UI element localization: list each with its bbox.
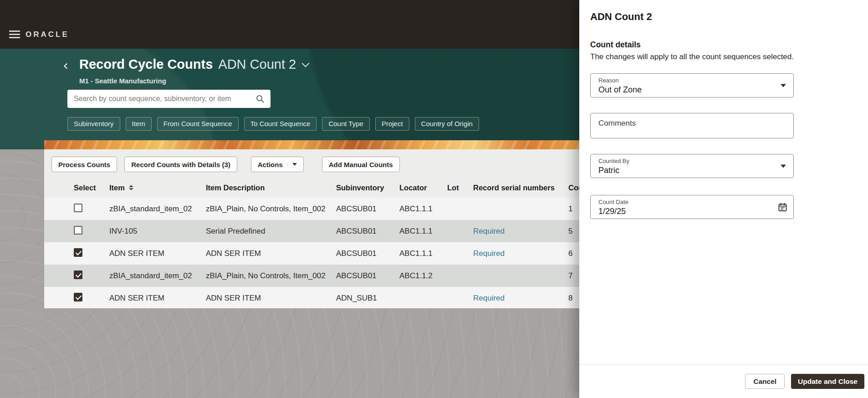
table-row: zBIA_standard_item_02 zBIA_Plain, No Con… bbox=[44, 265, 579, 287]
section-title: Count details bbox=[590, 40, 857, 50]
table-row: ADN SER ITEM ADN SER ITEM ABCSUB01 ABC1.… bbox=[44, 242, 579, 265]
reason-label: Reason bbox=[598, 77, 619, 84]
row-checkbox[interactable] bbox=[74, 270, 82, 279]
page-header: ‹ Record Cycle Counts ADN Count 2 M1 - S… bbox=[0, 49, 579, 149]
drawer-footer: Cancel Update and Close bbox=[579, 364, 868, 398]
table-toolbar: Process Counts Record Counts with Detail… bbox=[51, 157, 579, 172]
locator-cell: ABC1.1.1 bbox=[399, 227, 447, 236]
page-title: Record Cycle Counts ADN Count 2 bbox=[79, 57, 307, 72]
record-counts-details-button[interactable]: Record Counts with Details (3) bbox=[124, 157, 237, 172]
serials-required-link[interactable]: Required bbox=[473, 294, 565, 303]
search-bar bbox=[67, 90, 271, 108]
cancel-button[interactable]: Cancel bbox=[745, 374, 785, 389]
subinventory-cell: ABCSUB01 bbox=[336, 249, 399, 258]
decorative-banner bbox=[44, 140, 579, 149]
item-cell: zBIA_standard_item_02 bbox=[109, 271, 206, 281]
comments-label: Comments bbox=[598, 119, 636, 128]
item-description-cell: zBIA_Plain, No Controls, Item_002 bbox=[206, 271, 336, 281]
row-checkbox[interactable] bbox=[74, 293, 82, 301]
menu-button[interactable] bbox=[9, 28, 23, 40]
filter-chip-count-type[interactable]: Count Type bbox=[322, 117, 369, 131]
dropdown-caret-icon bbox=[781, 84, 786, 87]
count-cell: 6 bbox=[565, 249, 579, 258]
count-date-input[interactable]: Count Date 1/29/25 bbox=[590, 195, 794, 219]
calendar-icon[interactable] bbox=[778, 202, 787, 212]
column-count: Count bbox=[565, 184, 579, 192]
count-cell: 8 bbox=[565, 294, 579, 303]
column-lot: Lot bbox=[447, 184, 473, 192]
sort-icon bbox=[129, 185, 133, 190]
app-root: ORACLE ‹ Record Cycle Counts ADN Count 2… bbox=[0, 0, 868, 398]
table-body: zBIA_standard_item_02 zBIA_Plain, No Con… bbox=[44, 198, 579, 308]
subinventory-cell: ABCSUB01 bbox=[336, 204, 399, 214]
table-row: zBIA_standard_item_02 zBIA_Plain, No Con… bbox=[44, 198, 579, 220]
drawer-title: ADN Count 2 bbox=[590, 11, 857, 23]
chevron-down-icon bbox=[292, 163, 297, 166]
row-checkbox[interactable] bbox=[74, 204, 82, 212]
table-row: ADN SER ITEM ADN SER ITEM ADN_SUB1 Requi… bbox=[44, 287, 579, 308]
column-subinventory: Subinventory bbox=[336, 184, 399, 192]
item-description-cell: ADN SER ITEM bbox=[206, 294, 336, 303]
back-button[interactable]: ‹ bbox=[63, 59, 68, 72]
item-description-cell: zBIA_Plain, No Controls, Item_002 bbox=[206, 204, 336, 214]
subinventory-cell: ABCSUB01 bbox=[336, 271, 399, 281]
item-cell: INV-105 bbox=[109, 227, 206, 236]
locator-cell: ABC1.1.1 bbox=[399, 249, 447, 258]
top-bar: ORACLE bbox=[0, 0, 579, 49]
column-select: Select bbox=[44, 184, 109, 192]
item-cell: ADN SER ITEM bbox=[109, 294, 206, 303]
count-name-text: ADN Count 2 bbox=[218, 57, 296, 72]
update-and-close-button[interactable]: Update and Close bbox=[791, 374, 864, 389]
column-item-description: Item Description bbox=[206, 184, 336, 192]
count-details-drawer: ADN Count 2 Count details The changes wi… bbox=[579, 0, 868, 398]
filter-chip-item[interactable]: Item bbox=[126, 117, 152, 131]
filter-chip-to-count-sequence[interactable]: To Count Sequence bbox=[244, 117, 317, 131]
counted-by-select[interactable]: Counted By Patric bbox=[590, 154, 794, 178]
counted-by-label: Counted By bbox=[598, 158, 629, 164]
oracle-logo: ORACLE bbox=[26, 30, 69, 39]
counts-table: Select Item Item Description Subinventor… bbox=[44, 178, 579, 308]
row-checkbox[interactable] bbox=[74, 226, 82, 235]
actions-menu-button[interactable]: Actions bbox=[251, 157, 304, 172]
organization-label: M1 - Seattle Manufacturing bbox=[79, 77, 166, 85]
filter-chip-country-of-origin[interactable]: Country of Origin bbox=[415, 117, 479, 131]
count-date-value: 1/29/25 bbox=[598, 207, 626, 216]
column-item[interactable]: Item bbox=[109, 184, 206, 192]
item-description-cell: Serial Predefined bbox=[206, 227, 336, 236]
count-cell: 7 bbox=[565, 271, 579, 281]
serials-required-link[interactable]: Required bbox=[473, 249, 565, 258]
dropdown-caret-icon bbox=[781, 164, 786, 168]
locator-cell: ABC1.1.1 bbox=[399, 204, 447, 214]
item-cell: zBIA_standard_item_02 bbox=[109, 204, 206, 214]
row-checkbox[interactable] bbox=[74, 248, 82, 257]
filter-chips: Subinventory Item From Count Sequence To… bbox=[67, 117, 479, 131]
actions-label: Actions bbox=[258, 161, 283, 168]
search-button[interactable] bbox=[250, 90, 271, 108]
hamburger-icon bbox=[9, 31, 23, 38]
section-description: The changes will apply to all the count … bbox=[590, 52, 857, 61]
process-counts-button[interactable]: Process Counts bbox=[51, 157, 117, 172]
item-description-cell: ADN SER ITEM bbox=[206, 249, 336, 258]
filter-chip-from-count-sequence[interactable]: From Count Sequence bbox=[157, 117, 239, 131]
column-locator: Locator bbox=[399, 184, 447, 192]
count-cell: 1 bbox=[565, 204, 579, 214]
reason-select[interactable]: Reason Out of Zone bbox=[590, 73, 794, 97]
search-icon bbox=[255, 94, 265, 103]
count-cell: 5 bbox=[565, 227, 579, 236]
chevron-down-icon[interactable] bbox=[301, 59, 309, 67]
table-header-row: Select Item Item Description Subinventor… bbox=[44, 178, 579, 198]
add-manual-counts-button[interactable]: Add Manual Counts bbox=[322, 157, 400, 172]
counted-by-value: Patric bbox=[598, 166, 619, 175]
count-date-label: Count Date bbox=[598, 199, 628, 205]
filter-chip-project[interactable]: Project bbox=[375, 117, 409, 131]
item-cell: ADN SER ITEM bbox=[109, 249, 206, 258]
reason-value: Out of Zone bbox=[598, 85, 642, 95]
comments-input[interactable]: Comments bbox=[590, 113, 794, 138]
column-record-serial-numbers: Record serial numbers bbox=[473, 184, 565, 192]
subinventory-cell: ABCSUB01 bbox=[336, 227, 399, 236]
page-title-text: Record Cycle Counts bbox=[79, 57, 213, 72]
search-input[interactable] bbox=[67, 90, 250, 108]
filter-chip-subinventory[interactable]: Subinventory bbox=[67, 117, 120, 131]
locator-cell: ABC1.1.2 bbox=[399, 271, 447, 281]
serials-required-link[interactable]: Required bbox=[473, 227, 565, 236]
